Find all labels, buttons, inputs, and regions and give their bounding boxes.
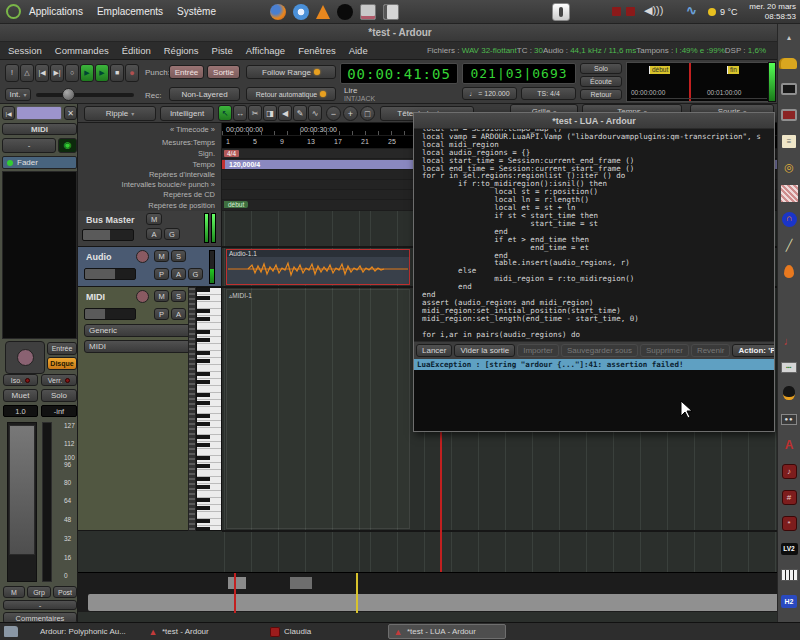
menu-item[interactable]: Édition xyxy=(122,45,151,56)
hydrogen-icon[interactable]: H2 xyxy=(778,588,800,614)
midi-channel-dropdown[interactable]: Generic▾ xyxy=(84,324,204,337)
network-cable-icon[interactable]: ∿ xyxy=(686,3,697,18)
panel-menu[interactable]: Applications xyxy=(29,6,83,17)
midi-gain-fader[interactable] xyxy=(84,308,136,320)
play-range-button[interactable]: ▶ xyxy=(80,64,94,82)
monitor-dark-icon[interactable] xyxy=(778,76,800,102)
mixer-arrow-button[interactable]: |◀ xyxy=(2,106,15,120)
ardour-titlebar[interactable]: *test - Ardour xyxy=(0,24,800,42)
mixer-minus-button[interactable]: - xyxy=(2,138,56,153)
audio-mute-button[interactable]: M xyxy=(154,250,169,262)
revert-button[interactable]: Revenir xyxy=(691,344,731,357)
sync-source-button[interactable]: Int.▾ xyxy=(5,88,31,101)
end-marker-flag[interactable]: fin xyxy=(727,66,739,74)
go-start-button[interactable]: |◀ xyxy=(35,64,49,82)
peak-display[interactable]: -inf xyxy=(41,405,77,417)
error-log-button[interactable]: ! xyxy=(5,64,19,82)
track-name[interactable]: Audio xyxy=(86,252,112,262)
task-firefox[interactable]: Ardour: Polyphonic Au... xyxy=(22,624,140,639)
mixer-close-button[interactable]: ✕ xyxy=(64,106,77,120)
pattern-icon[interactable] xyxy=(778,180,800,206)
draw-tool[interactable]: ✎ xyxy=(293,105,307,121)
task-ardour-lua[interactable]: *test - LUA - Ardour xyxy=(388,624,506,639)
grab-tool[interactable]: ↖ xyxy=(218,105,232,121)
bus-a-button[interactable]: A xyxy=(146,228,162,240)
audio-region[interactable]: Audio-1.1 xyxy=(226,249,410,285)
summary-pane[interactable] xyxy=(78,572,800,612)
piano-keyboard[interactable] xyxy=(196,287,222,531)
show-desktop-icon[interactable] xyxy=(4,626,18,637)
secondary-clock[interactable]: 021|03|0693 xyxy=(462,63,576,84)
solo-button[interactable]: Solo xyxy=(580,63,622,74)
teapot-icon[interactable] xyxy=(778,50,800,76)
audio-a-button[interactable]: A xyxy=(171,268,186,280)
fader-tab[interactable]: Fader xyxy=(2,156,77,169)
droplet-icon[interactable] xyxy=(778,258,800,284)
menu-item[interactable]: Aide xyxy=(349,45,368,56)
midi-scroomer[interactable] xyxy=(188,287,196,531)
bus-gain-fader[interactable] xyxy=(82,229,134,241)
rec-mode-button[interactable]: Non-Layered xyxy=(169,87,240,101)
track-header-audio[interactable]: Audio M S P A G xyxy=(78,247,222,287)
mute-master-button[interactable]: M xyxy=(3,586,25,598)
record-enable-button[interactable] xyxy=(5,341,45,374)
shutdown-switch-icon[interactable] xyxy=(552,3,570,21)
audition-tool[interactable]: ◀ xyxy=(278,105,292,121)
start-location-marker[interactable]: début xyxy=(224,201,248,208)
notes-icon[interactable]: ≡ xyxy=(778,128,800,154)
punch-in-button[interactable]: Entrée xyxy=(169,65,204,79)
cut-tool[interactable]: ✂ xyxy=(248,105,262,121)
bus-mute-button[interactable]: M xyxy=(146,213,162,225)
solo-button-strip[interactable]: Solo xyxy=(41,389,77,402)
stop-button[interactable]: ■ xyxy=(110,64,124,82)
temperature-label[interactable]: 9 °C xyxy=(720,7,738,17)
midi-p-button[interactable]: P xyxy=(154,308,169,320)
collapse-up-icon[interactable]: ▴ xyxy=(778,24,800,50)
record-button[interactable]: ● xyxy=(125,64,139,82)
meter-button[interactable]: TS: 4/4 xyxy=(521,87,576,100)
piano-icon[interactable] xyxy=(778,562,800,588)
go-end-button[interactable]: ▶| xyxy=(50,64,64,82)
menu-item[interactable]: Commandes xyxy=(55,45,109,56)
primary-clock[interactable]: 00:00:41:05 xyxy=(340,63,458,84)
listen-button[interactable]: Écoute xyxy=(580,76,622,87)
midi-region[interactable]: ▵MIDI-1 xyxy=(226,289,410,529)
lua-code[interactable]: local tm = Session:tempo_map () local va… xyxy=(422,129,774,338)
tux-guitar-icon[interactable] xyxy=(778,380,800,406)
track-name[interactable]: Bus Master xyxy=(86,215,135,225)
action-select-button[interactable]: Action: 'Polyphon xyxy=(732,344,774,357)
pen-knife-icon[interactable]: ╱ xyxy=(778,232,800,258)
zoom-fit-button[interactable]: □ xyxy=(360,106,375,121)
mute-button[interactable]: Muet xyxy=(3,389,38,402)
edit-curve-tool[interactable]: ∿ xyxy=(308,105,322,121)
audio-p-button[interactable]: P xyxy=(154,268,169,280)
cadence-icon[interactable]: ♪ xyxy=(778,458,800,484)
audio-g-button[interactable]: G xyxy=(188,268,203,280)
midi-a-button[interactable]: A xyxy=(171,308,186,320)
headphones-icon[interactable]: ∩ xyxy=(778,206,800,232)
return-button[interactable]: Retour xyxy=(580,89,622,100)
disk-button[interactable]: Disque xyxy=(47,357,77,370)
menu-item[interactable]: Affichage xyxy=(246,45,285,56)
guitar-icon[interactable]: ♩ xyxy=(778,328,800,354)
punch-out-button[interactable]: Sortie xyxy=(207,65,240,79)
audio-gain-fader[interactable] xyxy=(84,268,136,280)
track-header-bus-master[interactable]: Bus Master M A G xyxy=(78,211,222,247)
bus-g-button[interactable]: G xyxy=(164,228,180,240)
metering-point-button[interactable]: Post xyxy=(53,586,77,598)
input-button[interactable]: Entrée xyxy=(47,342,77,355)
spacer[interactable] xyxy=(778,284,800,328)
iso-button[interactable]: Iso. xyxy=(3,374,38,386)
lua-window-titlebar[interactable]: *test - LUA - Ardour xyxy=(414,113,774,129)
monitor-red-icon[interactable] xyxy=(778,102,800,128)
ardour-logo-icon[interactable]: A xyxy=(778,432,800,458)
jack-audio-icon[interactable] xyxy=(337,4,353,20)
tray-app-icon-1[interactable] xyxy=(612,7,621,16)
midi-mode-dropdown[interactable]: MIDI▾ xyxy=(84,340,204,353)
import-button[interactable]: Importer xyxy=(517,344,559,357)
zoom-in-button[interactable]: + xyxy=(343,106,358,121)
carla-icon[interactable]: * xyxy=(778,510,800,536)
catia-icon[interactable]: # xyxy=(778,484,800,510)
edit-mode-dropdown[interactable]: Ripple▾ xyxy=(84,106,156,121)
panel-menu[interactable]: Système xyxy=(177,6,216,17)
